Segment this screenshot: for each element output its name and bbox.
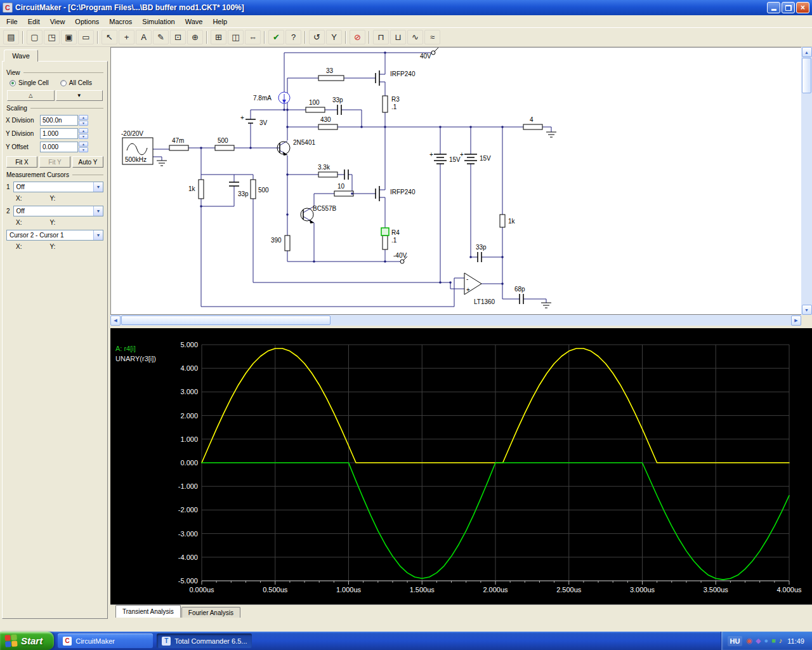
single-cell-radio[interactable] bbox=[10, 80, 16, 86]
auto-y-button[interactable]: Auto Y bbox=[72, 156, 103, 168]
waveforms-button[interactable]: ≈ bbox=[424, 30, 440, 44]
tab-fourier-analysis[interactable]: Fourier Analysis bbox=[181, 607, 240, 618]
cursor-diff-select[interactable]: Cursor 2 - Cursor 1 ▼ bbox=[6, 230, 103, 241]
signal-generator-icon: ∿ bbox=[412, 32, 419, 42]
chevron-down-icon[interactable]: ▼ bbox=[93, 182, 103, 192]
minimize-button[interactable] bbox=[767, 2, 780, 13]
schematic-label: 500 bbox=[258, 187, 269, 194]
menu-help[interactable]: Help bbox=[207, 16, 232, 27]
all-cells-radio[interactable] bbox=[60, 80, 67, 86]
minimize-icon bbox=[771, 5, 776, 11]
cursor2-xy-row: X: Y: bbox=[6, 219, 104, 226]
x-division-input[interactable]: 500.0n bbox=[40, 115, 78, 126]
menu-macros[interactable]: Macros bbox=[104, 16, 137, 27]
fit-to-page-button[interactable]: ◫ bbox=[228, 30, 244, 44]
tab-transient-analysis[interactable]: Transient Analysis bbox=[115, 605, 181, 618]
new-file-button[interactable]: ▢ bbox=[27, 30, 43, 44]
cursor1-select[interactable]: Off ▼ bbox=[13, 182, 103, 192]
volume-icon[interactable]: ♪ bbox=[779, 637, 783, 644]
fit-x-button[interactable]: Fit X bbox=[6, 156, 37, 168]
edit-tool-button[interactable]: ✎ bbox=[153, 30, 169, 44]
restore-button[interactable] bbox=[782, 2, 795, 13]
tray-icon-blue[interactable]: ● bbox=[764, 637, 768, 644]
zoom-window-button[interactable]: ⊡ bbox=[170, 30, 186, 44]
pan-button[interactable]: ⇔ bbox=[245, 30, 261, 44]
language-indicator[interactable]: HU bbox=[728, 636, 743, 646]
open-file-button[interactable]: ◳ bbox=[44, 30, 60, 44]
resistor-r4 bbox=[383, 235, 388, 249]
probe-button[interactable]: Y bbox=[326, 30, 342, 44]
y-offset-input[interactable]: 0.000 bbox=[40, 142, 78, 152]
scroll-up-button[interactable]: ▲ bbox=[802, 47, 812, 57]
tab-wave[interactable]: Wave bbox=[4, 50, 38, 62]
horizontal-scroll-thumb[interactable] bbox=[121, 315, 331, 325]
schematic-vertical-scrollbar[interactable]: ▲ ▼ bbox=[801, 47, 812, 315]
menu-edit[interactable]: Edit bbox=[23, 16, 45, 27]
vertical-scroll-thumb[interactable] bbox=[802, 58, 811, 93]
cursor1-row: 1 Off ▼ bbox=[6, 182, 103, 192]
data-sequencer-button[interactable]: ⊔ bbox=[390, 30, 406, 44]
spin-up-button[interactable]: ▲ bbox=[79, 115, 88, 120]
schematic-viewport[interactable]: -20/20V500kHz47m5007.8mA3V+1k33p5002N540… bbox=[110, 47, 801, 315]
tray-icon-purple[interactable]: ◆ bbox=[756, 637, 761, 644]
stop-button[interactable]: ⊘ bbox=[350, 30, 365, 44]
start-label: Start bbox=[21, 635, 43, 646]
y-tick-label: 0.000 bbox=[180, 459, 198, 467]
spin-up-button[interactable]: ▲ bbox=[79, 142, 88, 147]
select-tool-button[interactable]: ↖ bbox=[102, 30, 117, 44]
scroll-left-button[interactable]: ◀ bbox=[110, 315, 121, 326]
schematic-canvas[interactable]: -20/20V500kHz47m5007.8mA3V+1k33p5002N540… bbox=[111, 48, 801, 314]
chevron-down-icon[interactable]: ▼ bbox=[93, 230, 103, 240]
y-division-row: Y Division 1.000 ▲ ▼ bbox=[6, 128, 104, 139]
scroll-right-button[interactable]: ▶ bbox=[791, 315, 801, 326]
schematic-label: -20/20V bbox=[121, 130, 143, 137]
tray-icon-red[interactable]: ◉ bbox=[746, 637, 752, 644]
next-cell-button[interactable]: ▼ bbox=[56, 90, 103, 101]
y-offset-row: Y Offset 0.000 ▲ ▼ bbox=[6, 142, 104, 152]
y-division-input[interactable]: 1.000 bbox=[40, 128, 78, 139]
y-division-label: Y Division bbox=[6, 130, 40, 137]
menu-file[interactable]: File bbox=[1, 16, 23, 27]
spin-up-button[interactable]: ▲ bbox=[79, 128, 88, 133]
zoom-tool-button[interactable]: ⊕ bbox=[187, 30, 203, 44]
check-run-button[interactable]: ✔ bbox=[268, 30, 284, 44]
digital-pulser-button[interactable]: ⊓ bbox=[373, 30, 389, 44]
schematic-label: 100 bbox=[309, 99, 320, 106]
resistor-4 bbox=[523, 124, 542, 129]
scroll-down-button[interactable]: ▼ bbox=[802, 305, 812, 315]
taskbar-item-circuitmaker[interactable]: C CircuitMaker bbox=[58, 633, 153, 648]
schematic-horizontal-scrollbar[interactable]: ◀ ▶ bbox=[110, 315, 812, 326]
menu-view[interactable]: View bbox=[45, 16, 70, 27]
y-tick-label: 1.000 bbox=[180, 435, 198, 443]
rotate-button[interactable]: ↺ bbox=[309, 30, 325, 44]
chevron-down-icon[interactable]: ▼ bbox=[93, 206, 103, 216]
start-button[interactable]: Start bbox=[0, 632, 54, 650]
place-part-button[interactable]: + bbox=[119, 30, 134, 44]
waveform-plot[interactable]: 5.0004.0003.0002.0001.0000.000-1.000-2.0… bbox=[110, 328, 812, 600]
spin-down-button[interactable]: ▼ bbox=[79, 147, 88, 152]
y-tick-label: -5.000 bbox=[178, 577, 198, 585]
schematic-label: - bbox=[466, 275, 468, 282]
signal-generator-button[interactable]: ∿ bbox=[407, 30, 423, 44]
spin-down-button[interactable]: ▼ bbox=[79, 121, 88, 126]
window-bottom-filler bbox=[110, 618, 812, 632]
previous-cell-button[interactable]: △ bbox=[7, 90, 55, 101]
schematic-label: 1k bbox=[508, 218, 516, 225]
help-button[interactable]: ? bbox=[285, 30, 301, 44]
parts-browser-button[interactable]: ▤ bbox=[3, 30, 19, 44]
print-button[interactable]: ▭ bbox=[78, 30, 94, 44]
taskbar-item-total-commander[interactable]: T Total Commander 6.5... bbox=[157, 633, 252, 648]
tray-icon-green[interactable]: ■ bbox=[771, 637, 776, 644]
spin-down-button[interactable]: ▼ bbox=[79, 134, 88, 139]
find-part-button[interactable]: ⊞ bbox=[211, 30, 226, 44]
save-file-button[interactable]: ▣ bbox=[61, 30, 77, 44]
cursor2-select[interactable]: Off ▼ bbox=[13, 206, 103, 216]
menu-wave[interactable]: Wave bbox=[180, 16, 208, 27]
text-tool-button[interactable]: A bbox=[136, 30, 152, 44]
waveform-area[interactable]: 5.0004.0003.0002.0001.0000.000-1.000-2.0… bbox=[110, 328, 812, 604]
menu-options[interactable]: Options bbox=[70, 16, 104, 27]
resistor-10 bbox=[334, 191, 353, 196]
menu-simulation[interactable]: Simulation bbox=[137, 16, 180, 27]
probe-marker-r4[interactable] bbox=[381, 228, 389, 235]
close-button[interactable]: × bbox=[796, 2, 809, 13]
